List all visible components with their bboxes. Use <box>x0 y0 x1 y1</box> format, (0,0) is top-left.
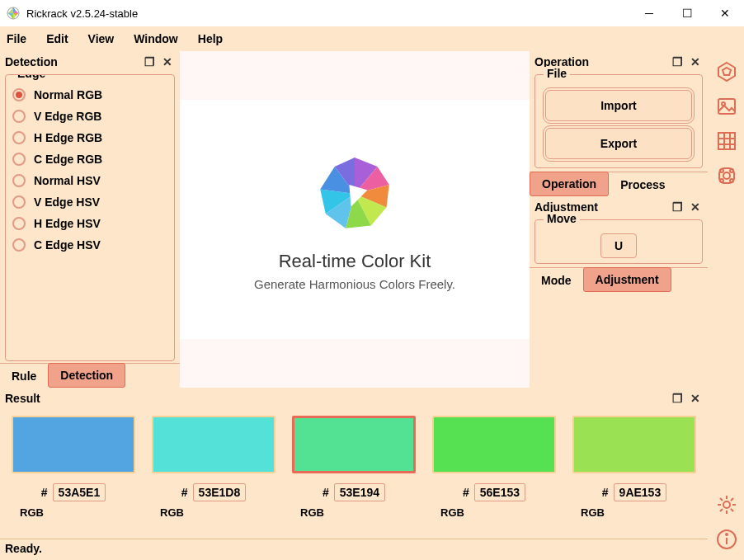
hash-label: # <box>41 486 48 499</box>
rgb-label: RGB <box>440 506 464 519</box>
swatch-column: #53A5E1RGB <box>12 416 135 519</box>
menu-help[interactable]: Help <box>198 32 223 45</box>
svg-point-16 <box>723 501 730 508</box>
radio-label: H Edge RGB <box>34 131 102 144</box>
tab-operation[interactable]: Operation <box>530 172 609 196</box>
hex-input[interactable]: 9AE153 <box>614 483 667 501</box>
swatch-column: #53E1D8RGB <box>152 416 275 519</box>
svg-rect-5 <box>718 133 735 149</box>
result-close-icon[interactable]: ✕ <box>688 391 703 406</box>
radio-label: Normal RGB <box>34 88 102 101</box>
svg-rect-3 <box>718 99 735 114</box>
swatch-column: #56E153RGB <box>432 416 556 519</box>
radio-label: C Edge HSV <box>34 238 101 252</box>
radio-label: C Edge RGB <box>34 153 102 166</box>
hex-input[interactable]: 56E153 <box>474 483 525 501</box>
result-title: Result <box>5 392 666 405</box>
tab-adjustment[interactable]: Adjustment <box>583 267 671 292</box>
rgb-label: RGB <box>20 506 44 519</box>
menu-edit[interactable]: Edit <box>46 32 68 45</box>
menu-view[interactable]: View <box>88 32 115 45</box>
radio-c-edge-hsv[interactable]: C Edge HSV <box>12 238 167 252</box>
minimize-button[interactable]: ─ <box>630 0 668 26</box>
radio-label: H Edge HSV <box>34 217 101 230</box>
adjustment-tabs: Mode Adjustment <box>530 267 708 292</box>
result-header: Result ❐ ✕ <box>0 388 708 409</box>
image-tool-icon[interactable] <box>713 92 741 120</box>
color-swatch[interactable] <box>152 416 275 473</box>
hex-input[interactable]: 53A5E1 <box>53 483 106 501</box>
hex-input[interactable]: 53E1D8 <box>193 483 247 501</box>
color-swatch[interactable] <box>432 416 556 473</box>
center-subtitle: Generate Harmonious Colors Freely. <box>254 277 455 291</box>
center-canvas: Real-time Color Kit Generate Harmonious … <box>180 100 530 339</box>
adjustment-float-icon[interactable]: ❐ <box>670 200 685 214</box>
wheel-tool-icon[interactable] <box>713 58 741 86</box>
radio-c-edge-rgb[interactable]: C Edge RGB <box>12 153 167 166</box>
radio-label: Normal HSV <box>34 174 101 187</box>
detection-header: Detection ❐ ✕ <box>0 51 180 73</box>
hash-label: # <box>602 486 609 499</box>
radio-h-edge-hsv[interactable]: H Edge HSV <box>12 217 167 230</box>
import-button[interactable]: Import <box>545 90 692 121</box>
svg-point-11 <box>723 172 730 179</box>
rgb-label: RGB <box>581 506 605 519</box>
radio-label: V Edge RGB <box>34 110 101 123</box>
color-swatch[interactable] <box>292 416 416 473</box>
center-title: Real-time Color Kit <box>279 251 431 272</box>
tab-mode[interactable]: Mode <box>530 269 583 292</box>
svg-marker-2 <box>723 68 731 75</box>
detection-panel: Detection ❐ ✕ Edge Normal RGBV Edge RGBH… <box>0 51 180 388</box>
detection-title: Detection <box>5 55 139 68</box>
hex-row: #9AE153 <box>602 483 666 501</box>
u-button[interactable]: U <box>600 233 637 258</box>
radio-indicator <box>12 153 26 166</box>
main-area: Detection ❐ ✕ Edge Normal RGBV Edge RGBH… <box>0 51 744 560</box>
radio-v-edge-rgb[interactable]: V Edge RGB <box>12 110 167 123</box>
hex-row: #56E153 <box>463 483 525 501</box>
tab-rule[interactable]: Rule <box>0 365 48 388</box>
titlebar: Rickrack v2.5.24-stable ─ ☐ ✕ <box>0 0 744 26</box>
toolbar <box>708 51 744 560</box>
adjustment-close-icon[interactable]: ✕ <box>688 200 703 214</box>
result-panel: Result ❐ ✕ #53A5E1RGB#53E1D8RGB#53E194RG… <box>0 388 708 539</box>
swatch-column: #9AE153RGB <box>572 416 696 519</box>
export-button[interactable]: Export <box>545 128 692 159</box>
close-button[interactable]: ✕ <box>706 0 744 26</box>
logo-icon <box>309 148 400 239</box>
menu-window[interactable]: Window <box>134 32 178 45</box>
depot-tool-icon[interactable] <box>713 162 741 190</box>
detection-float-icon[interactable]: ❐ <box>142 54 157 69</box>
radio-indicator <box>12 88 26 101</box>
edge-legend: Edge <box>14 74 49 80</box>
svg-point-19 <box>726 534 728 535</box>
color-swatch[interactable] <box>12 416 135 473</box>
operation-tabs: Operation Process <box>530 172 708 196</box>
info-icon[interactable] <box>713 525 741 553</box>
result-float-icon[interactable]: ❐ <box>670 391 685 406</box>
color-swatch[interactable] <box>572 416 696 473</box>
hash-label: # <box>463 486 469 499</box>
tab-process[interactable]: Process <box>609 173 676 196</box>
radio-h-edge-rgb[interactable]: H Edge RGB <box>12 131 167 144</box>
tab-detection[interactable]: Detection <box>48 363 125 388</box>
svg-point-14 <box>720 179 723 182</box>
edge-group: Edge Normal RGBV Edge RGBH Edge RGBC Edg… <box>5 74 175 361</box>
maximize-button[interactable]: ☐ <box>668 0 706 26</box>
rgb-label: RGB <box>300 506 324 519</box>
hash-label: # <box>323 486 329 499</box>
board-tool-icon[interactable] <box>713 127 741 155</box>
hex-input[interactable]: 53E194 <box>334 483 385 501</box>
operation-float-icon[interactable]: ❐ <box>670 54 685 69</box>
radio-normal-hsv[interactable]: Normal HSV <box>12 174 167 187</box>
radio-v-edge-hsv[interactable]: V Edge HSV <box>12 195 167 209</box>
settings-icon[interactable] <box>713 491 741 519</box>
file-legend: File <box>544 67 570 80</box>
detection-close-icon[interactable]: ✕ <box>160 54 175 69</box>
right-panels: Operation ❐ ✕ File Import Export Operati… <box>530 51 708 388</box>
menu-file[interactable]: File <box>7 32 26 45</box>
radio-indicator <box>12 174 26 187</box>
operation-close-icon[interactable]: ✕ <box>688 54 703 69</box>
radio-normal-rgb[interactable]: Normal RGB <box>12 88 167 101</box>
radio-indicator <box>12 217 26 230</box>
